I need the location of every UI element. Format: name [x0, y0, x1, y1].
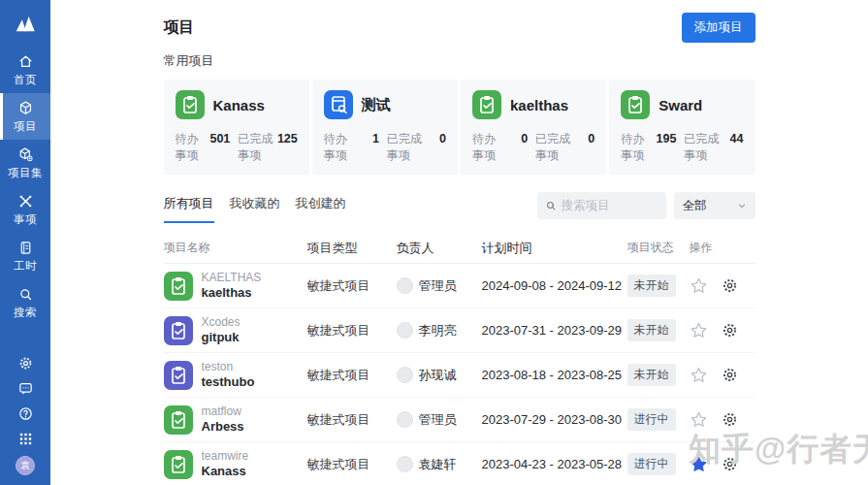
owner-name: 管理员	[419, 411, 457, 429]
scope-dropdown[interactable]: 全部	[674, 192, 755, 219]
owner-avatar	[397, 411, 413, 428]
todo-label: 待办事项	[472, 131, 504, 164]
sidebar-item-home[interactable]: 首页	[0, 47, 50, 93]
favorite-star-icon[interactable]	[690, 321, 708, 340]
project-card-kaelthas[interactable]: kaelthas 待办事项 0 已完成事项 0	[461, 80, 606, 175]
done-label: 已完成事项	[684, 131, 723, 164]
table-row[interactable]: Xcodes gitpuk 敏捷式项目 李明亮 2023-07-31 - 202…	[164, 308, 755, 353]
project-card-sward[interactable]: Sward 待办事项 195 已完成事项 44	[609, 80, 755, 175]
todo-count: 501	[207, 132, 230, 146]
planned-time: 2024-09-08 - 2024-09-12	[482, 278, 627, 293]
sidebar: 首页 项目 项目集 事项 工时 搜索	[0, 0, 50, 485]
col-header-owner: 负责人	[397, 240, 482, 257]
todo-label: 待办事项	[324, 131, 356, 164]
col-header-time: 计划时间	[482, 240, 627, 257]
row-settings-gear-icon[interactable]	[721, 366, 739, 384]
project-clipboard-icon	[176, 90, 205, 119]
owner-avatar	[397, 367, 413, 383]
done-count: 125	[277, 132, 298, 146]
project-type: 敏捷式项目	[307, 456, 397, 473]
sidebar-bottom-icons: 袁	[0, 355, 50, 485]
card-project-name: 测试	[362, 96, 391, 114]
tab-all-projects[interactable]: 所有项目	[164, 195, 214, 223]
app-logo[interactable]	[0, 0, 50, 47]
done-label: 已完成事项	[387, 131, 427, 164]
scope-value: 全部	[683, 198, 707, 214]
project-subname: kaelthas	[202, 285, 262, 301]
project-name: matflow	[202, 404, 244, 419]
project-search-box[interactable]	[537, 192, 666, 219]
add-project-button[interactable]: 添加项目	[682, 13, 755, 43]
project-row-icon	[164, 450, 193, 479]
todo-label: 待办事项	[621, 131, 653, 164]
planned-time: 2023-04-23 - 2023-05-28	[482, 457, 627, 471]
table-row[interactable]: teston testhubo 敏捷式项目 孙现诚 2023-08-18 - 2…	[164, 353, 755, 398]
home-icon	[17, 53, 34, 70]
project-name: teston	[202, 360, 255, 374]
owner-name: 管理员	[419, 277, 457, 295]
settings-gear-icon[interactable]	[17, 355, 34, 372]
main-content: 项目 添加项目 常用项目 Kanass 待办事项 501	[50, 0, 868, 485]
project-subname: Kanass	[202, 464, 249, 479]
project-subname: Arbess	[202, 419, 244, 435]
mountain-logo-icon	[13, 11, 38, 36]
todo-count: 195	[653, 132, 676, 146]
row-settings-gear-icon[interactable]	[721, 410, 739, 429]
row-settings-gear-icon[interactable]	[721, 455, 739, 473]
sidebar-item-project-set[interactable]: 项目集	[0, 140, 50, 186]
project-row-icon	[164, 405, 193, 435]
sidebar-item-worktime[interactable]: 工时	[0, 233, 50, 279]
done-label: 已完成事项	[238, 131, 277, 164]
sidebar-item-projects[interactable]: 项目	[0, 93, 50, 140]
col-header-status: 项目状态	[627, 240, 688, 256]
favorite-star-icon[interactable]	[690, 276, 708, 295]
project-board-icon	[324, 90, 353, 119]
status-badge: 未开始	[627, 275, 676, 297]
project-subname: testhubo	[202, 374, 255, 390]
planned-time: 2023-07-29 - 2023-08-30	[482, 412, 627, 427]
project-tabs: 所有项目 我收藏的 我创建的	[164, 195, 346, 223]
favorite-project-cards: Kanass 待办事项 501 已完成事项 125	[164, 80, 755, 175]
user-avatar[interactable]: 袁	[16, 456, 35, 475]
col-header-actions: 操作	[688, 240, 755, 256]
planned-time: 2023-07-31 - 2023-09-29	[482, 323, 627, 338]
done-count: 44	[723, 132, 743, 146]
project-card-kanass[interactable]: Kanass 待办事项 501 已完成事项 125	[164, 80, 309, 175]
page-title: 项目	[164, 17, 195, 38]
apps-grid-icon[interactable]	[17, 431, 34, 447]
project-type: 敏捷式项目	[307, 322, 397, 340]
sidebar-item-search[interactable]: 搜索	[0, 279, 50, 326]
owner-avatar	[397, 322, 413, 339]
project-table-body: KAELTHAS kaelthas 敏捷式项目 管理员 2024-09-08 -…	[164, 264, 755, 485]
sidebar-item-label: 事项	[14, 212, 37, 227]
status-badge: 进行中	[627, 408, 676, 431]
status-badge: 未开始	[627, 319, 676, 341]
project-card-ceshi[interactable]: 测试 待办事项 1 已完成事项 0	[312, 80, 458, 175]
favorite-star-icon[interactable]	[690, 455, 708, 473]
project-clipboard-icon	[621, 90, 650, 119]
row-settings-gear-icon[interactable]	[721, 276, 739, 295]
message-icon[interactable]	[17, 380, 34, 397]
chevron-down-icon	[737, 201, 747, 210]
search-input[interactable]	[561, 199, 658, 212]
project-subname: gitpuk	[202, 330, 241, 345]
help-icon[interactable]	[17, 405, 34, 422]
project-row-icon	[164, 361, 193, 390]
favorite-star-icon[interactable]	[690, 410, 708, 429]
row-settings-gear-icon[interactable]	[721, 321, 739, 340]
search-icon	[17, 286, 34, 303]
tab-my-created[interactable]: 我创建的	[296, 195, 346, 223]
table-row[interactable]: matflow Arbess 敏捷式项目 管理员 2023-07-29 - 20…	[164, 398, 755, 442]
favorite-star-icon[interactable]	[690, 366, 708, 384]
table-row[interactable]: KAELTHAS kaelthas 敏捷式项目 管理员 2024-09-08 -…	[164, 264, 755, 308]
sidebar-item-issues[interactable]: 事项	[0, 186, 50, 233]
table-row[interactable]: teamwire Kanass 敏捷式项目 袁婕轩 2023-04-23 - 2…	[164, 442, 755, 485]
sidebar-item-label: 首页	[14, 73, 37, 87]
owner-avatar	[397, 277, 413, 294]
search-icon	[545, 199, 557, 212]
project-row-icon	[164, 272, 193, 301]
worklog-icon	[17, 240, 34, 256]
card-project-name: Kanass	[213, 97, 265, 113]
col-header-name: 项目名称	[164, 240, 307, 256]
tab-my-favorites[interactable]: 我收藏的	[230, 195, 280, 223]
